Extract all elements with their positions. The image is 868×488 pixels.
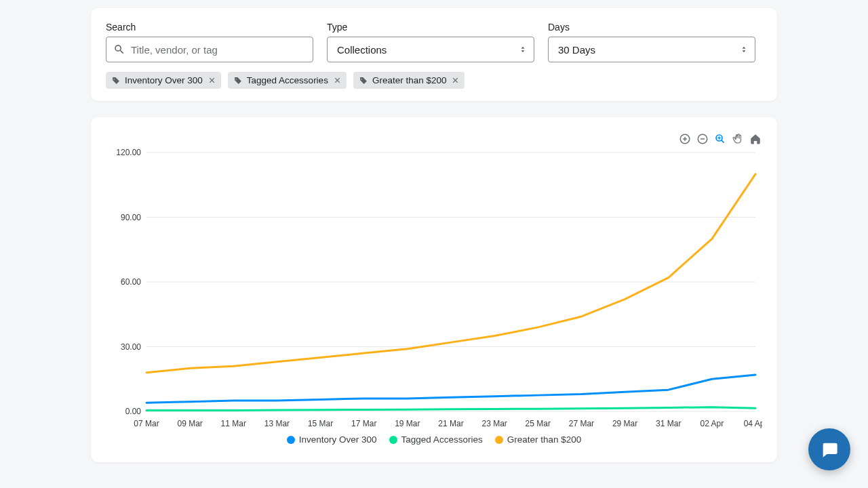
legend-label: Greater than $200	[507, 434, 582, 445]
chevron-sort-icon	[519, 45, 527, 54]
legend-label: Inventory Over 300	[299, 434, 377, 445]
x-tick-label: 04 Apr	[744, 419, 762, 428]
search-field-wrap: Search	[106, 22, 313, 62]
close-icon[interactable]	[208, 77, 216, 84]
type-field-wrap: Type Collections	[327, 22, 534, 62]
legend-label: Tagged Accessories	[401, 434, 483, 445]
legend-marker	[495, 436, 503, 444]
filters-panel: Search Type Collections Days 30 Days Inv…	[91, 8, 777, 101]
chart-legend: Inventory Over 300Tagged AccessoriesGrea…	[106, 434, 762, 445]
filter-tag[interactable]: Inventory Over 300	[106, 72, 221, 89]
chart-toolbar	[106, 132, 762, 146]
x-tick-label: 13 Mar	[264, 419, 290, 428]
selection-zoom-button[interactable]	[713, 132, 727, 146]
close-icon[interactable]	[334, 77, 341, 84]
search-input-wrap[interactable]	[106, 37, 313, 62]
x-tick-label: 19 Mar	[395, 419, 420, 428]
filter-tag[interactable]: Tagged Accessories	[228, 72, 347, 89]
legend-marker	[287, 436, 295, 444]
filter-tag-label: Greater than $200	[372, 75, 447, 85]
legend-marker	[389, 436, 397, 444]
x-tick-label: 15 Mar	[308, 419, 333, 428]
search-label: Search	[106, 22, 313, 33]
x-tick-label: 23 Mar	[481, 419, 507, 428]
y-tick-label: 0.00	[125, 407, 142, 416]
reset-button[interactable]	[749, 132, 762, 146]
chat-icon	[820, 440, 839, 459]
x-tick-label: 27 Mar	[569, 419, 594, 428]
x-tick-label: 02 Apr	[701, 419, 724, 428]
tag-icon	[111, 76, 121, 85]
tag-icon	[359, 76, 368, 85]
type-label: Type	[327, 22, 534, 33]
type-select[interactable]: Collections	[327, 37, 534, 62]
pan-button[interactable]	[731, 132, 745, 146]
days-label: Days	[548, 22, 755, 33]
y-tick-label: 60.00	[121, 277, 141, 287]
y-tick-label: 30.00	[121, 342, 141, 352]
zoom-out-button[interactable]	[696, 132, 709, 146]
zoom-out-icon	[696, 133, 709, 145]
chart-plot-area[interactable]: 0.0030.0060.0090.00120.0007 Mar09 Mar11 …	[106, 147, 762, 432]
y-tick-label: 90.00	[121, 213, 141, 222]
filter-tag-label: Inventory Over 300	[125, 75, 203, 85]
chat-fab[interactable]	[808, 428, 850, 470]
x-tick-label: 29 Mar	[612, 419, 637, 428]
x-tick-label: 07 Mar	[134, 419, 159, 428]
series-line	[146, 174, 755, 373]
x-tick-label: 31 Mar	[656, 419, 681, 428]
close-icon[interactable]	[452, 77, 459, 84]
zoom-in-button[interactable]	[678, 132, 692, 146]
series-line	[146, 407, 755, 411]
series-line	[146, 375, 755, 403]
search-icon	[113, 43, 125, 56]
days-select[interactable]: 30 Days	[548, 37, 755, 62]
hand-icon	[732, 133, 744, 145]
x-tick-label: 09 Mar	[177, 419, 202, 428]
tag-icon	[233, 76, 243, 85]
magnifier-icon	[714, 133, 726, 145]
days-field-wrap: Days 30 Days	[548, 22, 755, 62]
filter-tag-label: Tagged Accessories	[247, 75, 328, 85]
x-tick-label: 21 Mar	[438, 419, 463, 428]
days-select-value: 30 Days	[558, 44, 595, 56]
legend-item[interactable]: Greater than $200	[495, 434, 582, 445]
x-tick-label: 11 Mar	[221, 419, 246, 428]
type-select-value: Collections	[337, 44, 387, 56]
legend-item[interactable]: Tagged Accessories	[389, 434, 483, 445]
zoom-in-icon	[679, 133, 691, 145]
x-tick-label: 25 Mar	[526, 419, 551, 428]
legend-item[interactable]: Inventory Over 300	[287, 434, 377, 445]
line-chart: 0.0030.0060.0090.00120.0007 Mar09 Mar11 …	[106, 147, 762, 432]
chart-panel: 0.0030.0060.0090.00120.0007 Mar09 Mar11 …	[91, 117, 777, 462]
chevron-sort-icon	[740, 45, 748, 54]
home-icon	[749, 133, 762, 145]
x-tick-label: 17 Mar	[351, 419, 376, 428]
y-tick-label: 120.00	[116, 148, 141, 157]
search-input[interactable]	[106, 44, 313, 56]
filter-tag[interactable]: Greater than $200	[353, 72, 465, 89]
filter-tags-row: Inventory Over 300 Tagged Accessories Gr…	[106, 72, 762, 89]
